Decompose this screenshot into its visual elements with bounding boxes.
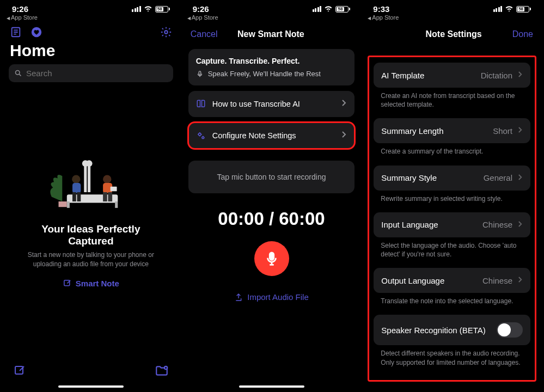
back-to-appstore[interactable]: App Store xyxy=(182,14,362,22)
done-button[interactable]: Done xyxy=(512,29,533,39)
signal-icon xyxy=(132,6,141,12)
import-audio-button[interactable]: Import Audio File xyxy=(182,292,362,302)
setting-value: General xyxy=(484,173,512,182)
back-to-appstore[interactable]: App Store xyxy=(362,14,542,22)
setting-ai-template[interactable]: AI Template Dictation xyxy=(374,63,530,88)
status-bar: 9:33 58 xyxy=(362,1,542,14)
compose-icon xyxy=(63,279,72,288)
toggle-switch[interactable] xyxy=(497,322,523,338)
page-title: Home xyxy=(1,41,181,64)
setting-summary-length[interactable]: Summary Length Short xyxy=(374,118,530,143)
setting-value: Short xyxy=(493,126,512,136)
chevron-right-icon xyxy=(341,99,347,109)
setting-speaker-recognition[interactable]: Speaker Recognition (BETA) xyxy=(374,315,530,345)
smart-note-button[interactable]: Smart Note xyxy=(63,279,119,288)
setting-description: Rewrite summary in selected writing styl… xyxy=(371,191,533,210)
smart-note-label: Smart Note xyxy=(76,279,119,288)
home-indicator xyxy=(239,385,304,388)
svg-rect-15 xyxy=(77,192,81,201)
svg-point-12 xyxy=(72,175,80,183)
signal-icon xyxy=(313,6,322,12)
svg-rect-14 xyxy=(72,192,76,201)
svg-rect-22 xyxy=(15,366,23,374)
chevron-right-icon xyxy=(518,220,523,230)
signal-icon xyxy=(493,6,503,12)
mic-small-icon xyxy=(196,70,204,78)
book-icon xyxy=(196,99,206,109)
intro-card: Capture. Transcribe. Perfect. Speak Free… xyxy=(188,49,355,85)
setting-input-language[interactable]: Input Language Chinese xyxy=(374,212,530,237)
top-icons xyxy=(1,22,181,41)
back-to-appstore[interactable]: App Store xyxy=(1,14,181,22)
svg-rect-27 xyxy=(270,253,274,260)
row-configure-settings[interactable]: Configure Note Settings xyxy=(188,122,355,149)
new-note-icon[interactable] xyxy=(13,364,26,378)
svg-rect-11 xyxy=(115,201,118,208)
wifi-icon xyxy=(324,5,333,13)
setting-label: Speaker Recognition (BETA) xyxy=(381,326,491,335)
gear-icon[interactable] xyxy=(160,26,172,38)
search-input[interactable] xyxy=(26,69,168,78)
wifi-icon xyxy=(144,5,152,13)
svg-point-16 xyxy=(103,175,111,183)
folder-add-icon[interactable] xyxy=(155,364,169,378)
intro-caption: Capture. Transcribe. Perfect. xyxy=(196,57,347,65)
screen-note-settings: 9:33 58 App Store Note Settings Done AI … xyxy=(362,1,543,391)
upload-icon xyxy=(234,293,243,302)
import-label: Import Audio File xyxy=(247,292,309,302)
search-field[interactable] xyxy=(9,64,173,82)
setting-description: Create an AI note from transcript based … xyxy=(371,88,533,115)
notes-icon[interactable] xyxy=(10,26,22,38)
status-time: 9:26 xyxy=(12,4,28,14)
setting-label: AI Template xyxy=(381,71,475,80)
gears-icon xyxy=(196,131,206,140)
svg-rect-4 xyxy=(58,201,66,207)
svg-rect-24 xyxy=(199,71,201,74)
settings-header: Note Settings Done xyxy=(362,22,542,56)
setting-summary-style[interactable]: Summary Style General xyxy=(374,166,530,191)
row-howto[interactable]: How to use Transcribe AI xyxy=(188,91,355,117)
hero-illustration xyxy=(45,150,137,216)
svg-point-2 xyxy=(164,30,168,34)
tap-hint: Tap mic button to start recording xyxy=(188,161,355,193)
setting-value: Chinese xyxy=(482,276,512,285)
mic-record-button[interactable] xyxy=(254,241,289,276)
status-time: 9:33 xyxy=(373,4,389,14)
wifi-icon xyxy=(505,5,514,13)
svg-rect-5 xyxy=(84,164,87,192)
settings-highlight-box: AI Template Dictation Create an AI note … xyxy=(368,56,536,382)
chevron-right-icon xyxy=(341,131,347,140)
hero-subtitle: Start a new note by talking to your phon… xyxy=(17,250,164,269)
svg-point-25 xyxy=(198,133,201,136)
setting-output-language[interactable]: Output Language Chinese xyxy=(374,268,530,293)
hero-title: Your Ideas Perfectly Captured xyxy=(17,223,164,247)
row-configure-label: Configure Note Settings xyxy=(212,131,335,140)
status-bar: 9:26 58 xyxy=(1,1,181,14)
home-indicator xyxy=(58,385,124,388)
battery-icon: 58 xyxy=(335,6,350,13)
status-right: 58 xyxy=(132,5,170,13)
intro-subtitle: Speak Freely, We'll Handle the Rest xyxy=(208,70,321,78)
setting-description: Translate the note into the selected lan… xyxy=(371,293,533,312)
setting-value: Chinese xyxy=(482,220,512,229)
setting-value: Dictation xyxy=(481,71,512,80)
svg-point-8 xyxy=(85,161,92,167)
status-time: 9:26 xyxy=(193,4,209,14)
settings-title: Note Settings xyxy=(425,29,481,39)
svg-rect-20 xyxy=(111,187,117,192)
svg-point-3 xyxy=(16,71,20,75)
setting-label: Input Language xyxy=(381,220,477,229)
setting-label: Summary Length xyxy=(381,126,487,136)
screen-new-note: 9:26 58 App Store Cancel New Smart Note … xyxy=(182,1,363,391)
chevron-right-icon xyxy=(518,70,523,80)
cancel-button[interactable]: Cancel xyxy=(191,29,218,39)
chevron-right-icon xyxy=(518,173,523,183)
heart-icon[interactable] xyxy=(30,26,42,38)
chevron-right-icon xyxy=(518,126,523,136)
hero: Your Ideas Perfectly Captured Start a ne… xyxy=(1,82,181,356)
screen-home: 9:26 58 App Store Home xyxy=(1,1,182,391)
chevron-right-icon xyxy=(518,275,523,285)
svg-rect-18 xyxy=(103,192,107,201)
modal-header: Cancel New Smart Note xyxy=(182,22,362,49)
setting-label: Summary Style xyxy=(381,173,478,182)
